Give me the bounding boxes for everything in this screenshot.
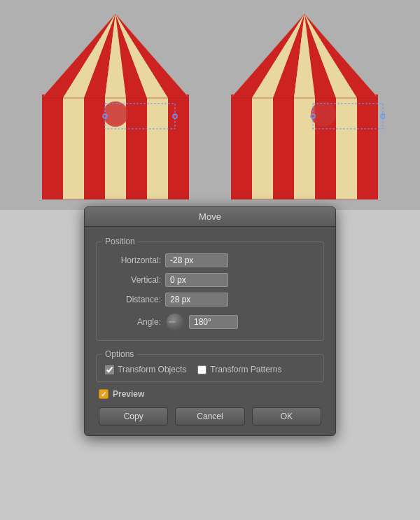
cancel-button[interactable]: Cancel: [175, 407, 244, 426]
tent-left: [35, 10, 196, 199]
svg-rect-3: [42, 94, 63, 199]
svg-rect-30: [231, 94, 252, 199]
svg-rect-36: [336, 94, 357, 199]
distance-input[interactable]: [165, 293, 228, 307]
dialog-title: Move: [199, 211, 221, 222]
ok-button[interactable]: OK: [252, 407, 321, 426]
position-legend: Position: [102, 237, 138, 246]
svg-rect-34: [252, 94, 273, 199]
angle-row: Angle:: [105, 312, 315, 332]
options-legend: Options: [102, 349, 136, 359]
position-fieldset: Position Horizontal: Vertical: Distance:…: [96, 237, 324, 341]
svg-rect-31: [273, 94, 294, 199]
svg-rect-5: [126, 94, 147, 199]
angle-controls: [165, 312, 238, 332]
svg-rect-33: [357, 94, 378, 199]
transform-objects-checkbox[interactable]: [105, 365, 114, 374]
tent-right: [224, 10, 385, 199]
angle-dial[interactable]: [165, 312, 185, 332]
transform-objects-label[interactable]: Transform Objects: [105, 365, 186, 374]
angle-label: Angle:: [105, 317, 161, 327]
canvas-area: [0, 0, 420, 210]
svg-rect-4: [84, 94, 105, 199]
vertical-row: Vertical:: [105, 273, 315, 287]
preview-row: Preview: [96, 389, 324, 399]
svg-rect-9: [147, 94, 168, 199]
transform-patterns-checkbox[interactable]: [197, 365, 206, 374]
svg-rect-6: [168, 94, 189, 199]
svg-point-49: [311, 101, 336, 127]
preview-checkbox[interactable]: [99, 389, 108, 399]
preview-label: Preview: [113, 389, 144, 399]
vertical-label: Vertical:: [105, 275, 161, 285]
horizontal-input[interactable]: [165, 253, 228, 267]
horizontal-row: Horizontal:: [105, 253, 315, 267]
dialog-buttons: Copy Cancel OK: [96, 407, 324, 427]
svg-point-23: [103, 101, 128, 127]
move-dialog: Move Position Horizontal: Vertical: Dist…: [84, 206, 336, 436]
options-fieldset: Options Transform Objects Transform Patt…: [96, 349, 324, 382]
angle-input[interactable]: [189, 315, 238, 329]
dialog-body: Position Horizontal: Vertical: Distance:…: [85, 227, 335, 435]
transform-patterns-label[interactable]: Transform Patterns: [197, 365, 281, 374]
options-row: Transform Objects Transform Patterns: [105, 365, 315, 374]
distance-row: Distance:: [105, 293, 315, 307]
vertical-input[interactable]: [165, 273, 228, 287]
copy-button[interactable]: Copy: [99, 407, 168, 426]
distance-label: Distance:: [105, 295, 161, 304]
horizontal-label: Horizontal:: [105, 255, 161, 265]
svg-rect-7: [63, 94, 84, 199]
dialog-titlebar: Move: [85, 207, 335, 227]
